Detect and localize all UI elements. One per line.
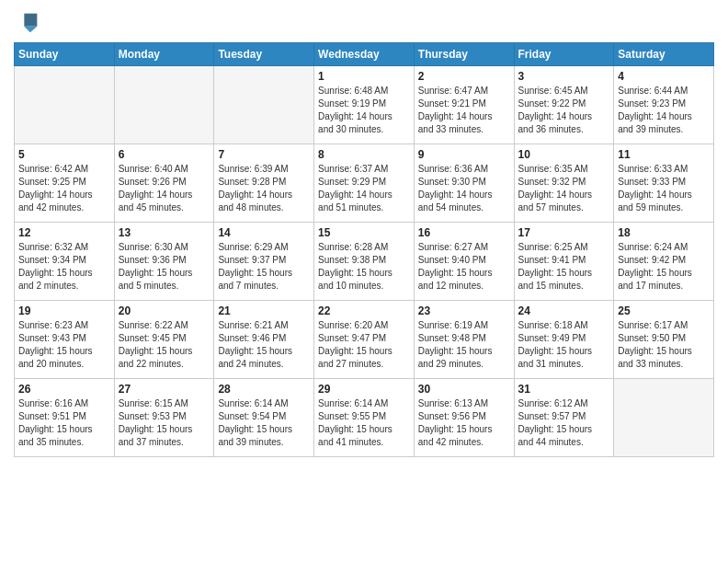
calendar-cell: 4Sunrise: 6:44 AMSunset: 9:23 PMDaylight… — [614, 66, 714, 144]
calendar-cell: 17Sunrise: 6:25 AMSunset: 9:41 PMDayligh… — [514, 223, 614, 301]
day-number: 21 — [218, 304, 310, 317]
calendar-cell: 22Sunrise: 6:20 AMSunset: 9:47 PMDayligh… — [314, 301, 415, 379]
day-info: Sunrise: 6:27 AMSunset: 9:40 PMDaylight:… — [418, 241, 510, 293]
day-info: Sunrise: 6:30 AMSunset: 9:36 PMDaylight:… — [119, 241, 210, 293]
weekday-header-friday: Friday — [514, 43, 614, 66]
day-number: 13 — [119, 226, 210, 239]
calendar-cell: 12Sunrise: 6:32 AMSunset: 9:34 PMDayligh… — [15, 223, 115, 301]
day-number: 19 — [18, 304, 110, 317]
day-number: 11 — [618, 148, 710, 161]
calendar-cell: 31Sunrise: 6:12 AMSunset: 9:57 PMDayligh… — [514, 379, 614, 457]
day-info: Sunrise: 6:24 AMSunset: 9:42 PMDaylight:… — [618, 241, 710, 293]
calendar-cell: 30Sunrise: 6:13 AMSunset: 9:56 PMDayligh… — [414, 379, 514, 457]
day-info: Sunrise: 6:14 AMSunset: 9:55 PMDaylight:… — [318, 397, 410, 449]
day-number: 23 — [418, 304, 510, 317]
day-info: Sunrise: 6:32 AMSunset: 9:34 PMDaylight:… — [18, 241, 110, 293]
day-number: 10 — [518, 148, 610, 161]
calendar-cell: 21Sunrise: 6:21 AMSunset: 9:46 PMDayligh… — [214, 301, 314, 379]
day-info: Sunrise: 6:12 AMSunset: 9:57 PMDaylight:… — [518, 397, 610, 449]
day-number: 5 — [18, 148, 110, 161]
page: SundayMondayTuesdayWednesdayThursdayFrid… — [0, 0, 728, 563]
logo — [14, 9, 41, 35]
calendar-cell: 18Sunrise: 6:24 AMSunset: 9:42 PMDayligh… — [614, 223, 714, 301]
day-info: Sunrise: 6:40 AMSunset: 9:26 PMDaylight:… — [119, 163, 210, 214]
calendar-cell: 20Sunrise: 6:22 AMSunset: 9:45 PMDayligh… — [114, 301, 214, 379]
day-number: 9 — [418, 148, 510, 161]
day-info: Sunrise: 6:25 AMSunset: 9:41 PMDaylight:… — [518, 241, 610, 293]
day-info: Sunrise: 6:36 AMSunset: 9:30 PMDaylight:… — [418, 163, 510, 214]
day-number: 1 — [318, 70, 410, 83]
calendar-cell: 10Sunrise: 6:35 AMSunset: 9:32 PMDayligh… — [514, 144, 614, 223]
weekday-header-tuesday: Tuesday — [214, 43, 314, 66]
svg-marker-0 — [24, 14, 37, 27]
calendar-cell: 24Sunrise: 6:18 AMSunset: 9:49 PMDayligh… — [514, 301, 614, 379]
week-row-3: 12Sunrise: 6:32 AMSunset: 9:34 PMDayligh… — [15, 223, 714, 301]
day-info: Sunrise: 6:48 AMSunset: 9:19 PMDaylight:… — [318, 85, 410, 136]
day-number: 6 — [119, 148, 210, 161]
weekday-header-monday: Monday — [114, 43, 214, 66]
day-info: Sunrise: 6:14 AMSunset: 9:54 PMDaylight:… — [218, 397, 310, 449]
calendar-cell: 26Sunrise: 6:16 AMSunset: 9:51 PMDayligh… — [15, 379, 115, 457]
day-info: Sunrise: 6:33 AMSunset: 9:33 PMDaylight:… — [618, 163, 710, 214]
calendar-cell: 3Sunrise: 6:45 AMSunset: 9:22 PMDaylight… — [514, 66, 614, 144]
calendar-cell: 7Sunrise: 6:39 AMSunset: 9:28 PMDaylight… — [214, 144, 314, 223]
week-row-1: 1Sunrise: 6:48 AMSunset: 9:19 PMDaylight… — [15, 66, 714, 144]
calendar-cell: 19Sunrise: 6:23 AMSunset: 9:43 PMDayligh… — [15, 301, 115, 379]
day-number: 14 — [218, 226, 310, 239]
calendar-cell: 15Sunrise: 6:28 AMSunset: 9:38 PMDayligh… — [314, 223, 415, 301]
calendar-cell: 13Sunrise: 6:30 AMSunset: 9:36 PMDayligh… — [114, 223, 214, 301]
day-number: 17 — [518, 226, 610, 239]
calendar-cell: 5Sunrise: 6:42 AMSunset: 9:25 PMDaylight… — [15, 144, 115, 223]
calendar-cell — [15, 66, 115, 144]
weekday-header-wednesday: Wednesday — [314, 43, 415, 66]
day-number: 2 — [418, 70, 510, 83]
day-number: 22 — [318, 304, 410, 317]
day-info: Sunrise: 6:39 AMSunset: 9:28 PMDaylight:… — [218, 163, 310, 214]
day-info: Sunrise: 6:28 AMSunset: 9:38 PMDaylight:… — [318, 241, 410, 293]
calendar-cell: 16Sunrise: 6:27 AMSunset: 9:40 PMDayligh… — [414, 223, 514, 301]
day-number: 7 — [218, 148, 310, 161]
calendar-cell — [114, 66, 214, 144]
day-info: Sunrise: 6:21 AMSunset: 9:46 PMDaylight:… — [218, 319, 310, 371]
calendar-cell: 2Sunrise: 6:47 AMSunset: 9:21 PMDaylight… — [414, 66, 514, 144]
day-number: 12 — [18, 226, 110, 239]
day-number: 16 — [418, 226, 510, 239]
weekday-header-sunday: Sunday — [15, 43, 115, 66]
day-number: 27 — [119, 383, 210, 396]
day-info: Sunrise: 6:19 AMSunset: 9:48 PMDaylight:… — [418, 319, 510, 371]
weekday-header-thursday: Thursday — [414, 43, 514, 66]
calendar-table: SundayMondayTuesdayWednesdayThursdayFrid… — [14, 42, 714, 457]
svg-marker-1 — [24, 27, 37, 33]
day-number: 30 — [418, 383, 510, 396]
day-number: 29 — [318, 383, 410, 396]
day-info: Sunrise: 6:37 AMSunset: 9:29 PMDaylight:… — [318, 163, 410, 214]
day-number: 28 — [218, 383, 310, 396]
day-number: 4 — [618, 70, 710, 83]
day-info: Sunrise: 6:47 AMSunset: 9:21 PMDaylight:… — [418, 85, 510, 136]
day-number: 24 — [518, 304, 610, 317]
day-number: 15 — [318, 226, 410, 239]
day-number: 20 — [119, 304, 210, 317]
day-info: Sunrise: 6:17 AMSunset: 9:50 PMDaylight:… — [618, 319, 710, 371]
week-row-2: 5Sunrise: 6:42 AMSunset: 9:25 PMDaylight… — [15, 144, 714, 223]
day-number: 26 — [18, 383, 110, 396]
day-info: Sunrise: 6:13 AMSunset: 9:56 PMDaylight:… — [418, 397, 510, 449]
day-info: Sunrise: 6:45 AMSunset: 9:22 PMDaylight:… — [518, 85, 610, 136]
header — [14, 9, 714, 35]
day-info: Sunrise: 6:16 AMSunset: 9:51 PMDaylight:… — [18, 397, 110, 449]
calendar-cell: 11Sunrise: 6:33 AMSunset: 9:33 PMDayligh… — [614, 144, 714, 223]
day-number: 3 — [518, 70, 610, 83]
calendar-cell: 8Sunrise: 6:37 AMSunset: 9:29 PMDaylight… — [314, 144, 415, 223]
logo-icon — [16, 9, 41, 35]
day-number: 25 — [618, 304, 710, 317]
weekday-header-row: SundayMondayTuesdayWednesdayThursdayFrid… — [15, 43, 714, 66]
day-info: Sunrise: 6:20 AMSunset: 9:47 PMDaylight:… — [318, 319, 410, 371]
day-number: 18 — [618, 226, 710, 239]
week-row-5: 26Sunrise: 6:16 AMSunset: 9:51 PMDayligh… — [15, 379, 714, 457]
day-info: Sunrise: 6:29 AMSunset: 9:37 PMDaylight:… — [218, 241, 310, 293]
weekday-header-saturday: Saturday — [614, 43, 714, 66]
calendar-cell: 23Sunrise: 6:19 AMSunset: 9:48 PMDayligh… — [414, 301, 514, 379]
day-info: Sunrise: 6:42 AMSunset: 9:25 PMDaylight:… — [18, 163, 110, 214]
day-info: Sunrise: 6:18 AMSunset: 9:49 PMDaylight:… — [518, 319, 610, 371]
day-number: 31 — [518, 383, 610, 396]
